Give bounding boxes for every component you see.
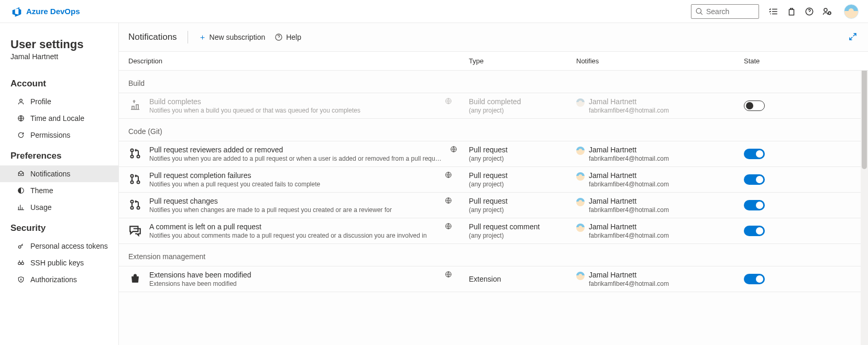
svg-point-1 bbox=[824, 8, 827, 12]
svg-point-22 bbox=[137, 207, 140, 209]
subscription-row[interactable]: A comment is left on a pull request Noti… bbox=[119, 218, 868, 244]
col-state[interactable]: State bbox=[744, 57, 859, 65]
group-header: Extension management bbox=[119, 244, 868, 266]
shield-icon bbox=[17, 275, 25, 284]
new-subscription-label: New subscription bbox=[210, 33, 266, 41]
group-header: Code (Git) bbox=[119, 119, 868, 141]
subscription-title: Pull request reviewers added or removed bbox=[149, 146, 443, 154]
subscription-row[interactable]: Pull request reviewers added or removed … bbox=[119, 141, 868, 166]
svg-point-9 bbox=[20, 279, 21, 280]
subscription-subtitle: Notifies you when a pull request you cre… bbox=[149, 181, 320, 188]
user-settings-icon[interactable] bbox=[822, 6, 832, 17]
state-toggle[interactable] bbox=[744, 149, 765, 159]
notifies-name: Jamal Hartnett bbox=[589, 222, 669, 231]
subscription-subtitle: Notifies you about comments made to a pu… bbox=[149, 232, 427, 239]
help-button[interactable]: Help bbox=[274, 33, 301, 41]
subscription-type-scope: (any project) bbox=[469, 155, 576, 162]
col-notifies[interactable]: Notifies bbox=[576, 57, 744, 65]
sidebar-item-authorizations[interactable]: Authorizations bbox=[0, 271, 118, 288]
subscription-type-scope: (any project) bbox=[469, 107, 576, 114]
sidebar-item-theme[interactable]: Theme bbox=[0, 182, 118, 199]
sidebar: User settings Jamal Hartnett Account Pro… bbox=[0, 23, 119, 345]
subscription-type-scope: (any project) bbox=[469, 181, 576, 188]
page-subtitle: Jamal Hartnett bbox=[0, 51, 118, 71]
notifies-email: fabrikamfiber4@hotmail.com bbox=[589, 206, 669, 214]
notifies-name: Jamal Hartnett bbox=[589, 146, 669, 154]
pr-icon bbox=[128, 147, 142, 160]
sidebar-item-usage[interactable]: Usage bbox=[0, 199, 118, 216]
sidebar-item-label: Personal access tokens bbox=[30, 242, 108, 250]
key-icon bbox=[17, 242, 25, 250]
notifies-avatar bbox=[576, 224, 585, 232]
refresh-icon bbox=[17, 131, 25, 139]
svg-point-7 bbox=[18, 262, 21, 265]
notifies-name: Jamal Hartnett bbox=[589, 197, 669, 205]
build-icon bbox=[128, 98, 142, 112]
subscription-row[interactable]: Extensions have been modified Extensions… bbox=[119, 266, 868, 292]
search-icon bbox=[696, 8, 703, 15]
azure-devops-logo-icon bbox=[12, 6, 22, 17]
subscription-type: Extension bbox=[469, 275, 576, 283]
subscription-subtitle: Notifies you when you are added to a pul… bbox=[149, 155, 443, 162]
state-toggle[interactable] bbox=[744, 274, 765, 284]
notifies-avatar bbox=[576, 272, 585, 280]
svg-point-18 bbox=[137, 181, 140, 184]
globe-icon bbox=[445, 197, 453, 205]
subscription-title: Extensions have been modified bbox=[149, 271, 251, 279]
subscription-type: Pull request bbox=[469, 197, 576, 205]
subscription-type: Pull request bbox=[469, 171, 576, 180]
fullscreen-button[interactable] bbox=[848, 32, 859, 42]
state-toggle[interactable] bbox=[744, 101, 765, 111]
sidebar-item-profile[interactable]: Profile bbox=[0, 93, 118, 110]
search-box[interactable] bbox=[691, 4, 759, 19]
sidebar-section-account: Account bbox=[0, 71, 118, 93]
current-user-avatar[interactable] bbox=[844, 4, 859, 19]
svg-point-20 bbox=[131, 201, 134, 203]
main: Notifications ＋ New subscription Help De… bbox=[119, 23, 868, 345]
scrollbar[interactable] bbox=[861, 52, 868, 345]
table-header: Description Type Notifies State bbox=[119, 52, 868, 71]
sidebar-item-label: Profile bbox=[30, 97, 51, 106]
sidebar-item-label: Time and Locale bbox=[30, 114, 84, 123]
subscription-row[interactable]: Build completes Notifies you when a buil… bbox=[119, 93, 868, 119]
sidebar-item-notifications[interactable]: Notifications bbox=[0, 165, 118, 182]
state-toggle[interactable] bbox=[744, 174, 765, 185]
sidebar-item-pat[interactable]: Personal access tokens bbox=[0, 238, 118, 254]
subscription-type: Build completed bbox=[469, 97, 576, 106]
new-subscription-button[interactable]: ＋ New subscription bbox=[199, 32, 266, 42]
subscription-row[interactable]: Pull request completion failures Notifie… bbox=[119, 166, 868, 192]
search-input[interactable] bbox=[706, 7, 754, 16]
sidebar-item-time-locale[interactable]: Time and Locale bbox=[0, 110, 118, 127]
globe-icon bbox=[17, 114, 25, 123]
marketplace-icon[interactable] bbox=[786, 6, 797, 17]
command-bar: Notifications ＋ New subscription Help bbox=[119, 23, 868, 51]
notifies-name: Jamal Hartnett bbox=[589, 271, 669, 279]
col-type[interactable]: Type bbox=[469, 57, 576, 65]
state-toggle[interactable] bbox=[744, 226, 765, 236]
svg-point-6 bbox=[18, 246, 21, 248]
globe-icon bbox=[450, 146, 458, 154]
theme-icon bbox=[17, 186, 25, 195]
notifies-email: fabrikamfiber4@hotmail.com bbox=[589, 155, 669, 162]
sidebar-item-label: SSH public keys bbox=[30, 259, 84, 267]
globe-icon bbox=[445, 97, 453, 106]
subscription-subtitle: Notifies you when changes are made to a … bbox=[149, 206, 392, 214]
subscription-subtitle: Notifies you when a build you queued or … bbox=[149, 107, 360, 114]
help-label: Help bbox=[286, 33, 301, 41]
notifies-avatar bbox=[576, 147, 585, 155]
work-items-icon[interactable] bbox=[768, 6, 779, 17]
notifies-name: Jamal Hartnett bbox=[589, 171, 669, 180]
brand[interactable]: Azure DevOps bbox=[12, 6, 80, 17]
help-icon[interactable] bbox=[804, 6, 815, 17]
col-description[interactable]: Description bbox=[128, 57, 469, 65]
ssh-icon bbox=[17, 259, 25, 267]
sidebar-item-label: Notifications bbox=[30, 170, 70, 178]
state-toggle[interactable] bbox=[744, 200, 765, 210]
subscription-row[interactable]: Pull request changes Notifies you when c… bbox=[119, 192, 868, 218]
notifies-email: fabrikamfiber4@hotmail.com bbox=[589, 280, 669, 287]
pr-icon bbox=[128, 172, 142, 186]
sidebar-item-ssh[interactable]: SSH public keys bbox=[0, 254, 118, 271]
sidebar-item-permissions[interactable]: Permissions bbox=[0, 127, 118, 143]
svg-point-3 bbox=[20, 99, 23, 102]
group-header: Build bbox=[119, 71, 868, 93]
